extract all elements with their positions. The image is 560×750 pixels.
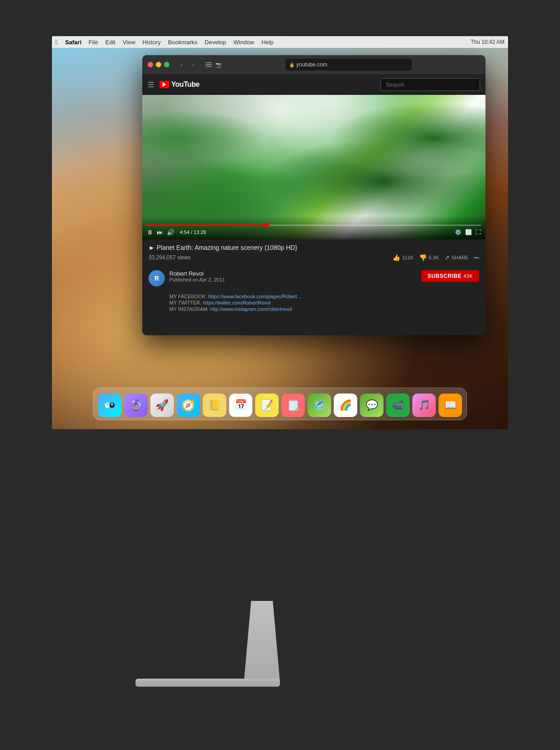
forward-button[interactable]: › (188, 60, 198, 70)
channel-section: R Robert Revol Published on Apr 2, 2011 … (142, 266, 485, 291)
progress-bar[interactable] (147, 225, 481, 226)
view-count: 33,294,057 views (149, 254, 191, 261)
dock-facetime[interactable]: 📹 (386, 394, 410, 417)
subscribe-button[interactable]: SUBSCRIBE 43K (421, 270, 479, 282)
dock-reminders[interactable]: 🗒️ (281, 394, 305, 417)
controls-row: ⏸ ⏭ 🔊 4:54 / 13:28 ⚙️ ⬜ ⛶ (147, 229, 481, 236)
address-bar-container: 🔒 youtube.com (217, 59, 480, 70)
dock-launchpad[interactable]: 🚀 (150, 394, 174, 417)
share-icon: ↗ (444, 254, 450, 261)
settings-icon[interactable]: ⚙️ (455, 229, 462, 235)
video-meta: 33,294,057 views 👍 111K 👎 6.3K (149, 254, 479, 261)
twitter-line: MY TWITTER: https://twitter.com/RobertRe… (169, 300, 479, 305)
svg-point-6 (107, 403, 108, 405)
video-info: ► Planet Earth: Amazing nature scenery (… (142, 239, 485, 266)
svg-rect-0 (205, 62, 212, 63)
back-button[interactable]: ‹ (177, 60, 187, 70)
sidebar-button[interactable] (204, 60, 214, 70)
monitor-screen:  Safari File Edit View History Bookmark… (52, 36, 508, 429)
minimize-button[interactable] (156, 62, 161, 67)
ellipsis-icon: ••• (474, 255, 479, 260)
dock-photos[interactable]: 🌈 (334, 394, 357, 417)
menubar-right: Thu 10:42 AM (471, 39, 504, 45)
youtube-logo-icon (159, 81, 169, 88)
youtube-search-input[interactable] (381, 78, 480, 91)
window-menu[interactable]: Window (233, 39, 254, 46)
svg-point-7 (111, 403, 113, 405)
lock-icon: 🔒 (289, 62, 294, 67)
monitor-bottom-bezel (36, 665, 524, 674)
bookmarks-menu[interactable]: Bookmarks (168, 39, 197, 46)
ctrl-right: ⚙️ ⬜ ⛶ (455, 229, 481, 235)
maximize-button[interactable] (164, 62, 169, 67)
dock-safari[interactable]: 🧭 (177, 394, 200, 417)
close-button[interactable] (148, 62, 153, 67)
dock-notes[interactable]: 📒 (203, 394, 226, 417)
youtube-logo-text: YouTube (171, 80, 200, 89)
twitter-link[interactable]: https://twitter.com/RobertRevol (203, 300, 271, 305)
channel-info: Robert Revol Published on Apr 2, 2011 (169, 270, 417, 282)
action-buttons: 👍 111K 👎 6.3K ↗ SHARE (392, 254, 479, 261)
dock-calendar[interactable]: 📅 (229, 394, 252, 417)
dock-stickies[interactable]: 📝 (255, 394, 279, 417)
video-title: ► Planet Earth: Amazing nature scenery (… (149, 244, 479, 251)
imac-stand-base (135, 679, 280, 687)
video-controls: ⏸ ⏭ 🔊 4:54 / 13:28 ⚙️ ⬜ ⛶ (142, 216, 485, 239)
like-button[interactable]: 👍 111K (392, 254, 414, 261)
time-display: 4:54 / 13:28 (180, 230, 206, 235)
thumbsdown-icon: 👎 (419, 254, 427, 261)
develop-menu[interactable]: Develop (205, 39, 226, 46)
svg-rect-1 (205, 64, 212, 65)
browser-content: ☰ YouTube (142, 74, 485, 335)
dock-finder[interactable] (98, 394, 121, 417)
facebook-line: MY FACEBOOK: https://www.facebook.com/pa… (169, 294, 479, 299)
traffic-lights (148, 62, 169, 67)
youtube-header: ☰ YouTube (142, 74, 485, 95)
svg-rect-2 (205, 66, 212, 67)
progress-dot (265, 223, 270, 228)
view-menu[interactable]: View (123, 39, 135, 46)
help-menu[interactable]: Help (261, 39, 274, 46)
menubar-time: Thu 10:42 AM (471, 39, 504, 45)
dislike-button[interactable]: 👎 6.3K (419, 254, 439, 261)
miniplayer-icon[interactable]: ⬜ (465, 229, 472, 235)
address-bar[interactable]: 🔒 youtube.com (285, 59, 412, 70)
dock-maps[interactable]: 🗺️ (308, 394, 331, 417)
menubar:  Safari File Edit View History Bookmark… (52, 36, 508, 48)
published-date: Published on Apr 2, 2011 (169, 277, 417, 282)
next-button[interactable]: ⏭ (157, 229, 163, 236)
facebook-link[interactable]: https://www.facebook.com/pages/Robert... (208, 294, 301, 299)
file-menu[interactable]: File (89, 39, 98, 46)
youtube-logo[interactable]: YouTube (159, 80, 200, 89)
thumbsup-icon: 👍 (392, 254, 400, 261)
dock-siri[interactable]: 🔮 (124, 394, 148, 417)
video-description: MY FACEBOOK: https://www.facebook.com/pa… (142, 291, 485, 317)
safari-menu-label[interactable]: Safari (65, 39, 81, 46)
channel-avatar[interactable]: R (149, 270, 165, 286)
url-text: youtube.com (296, 61, 327, 68)
instagram-link[interactable]: http://www.instagram.com/robertrevol (210, 306, 292, 312)
more-button[interactable]: ••• (474, 255, 479, 260)
instagram-line: MY INSTAGRAM: http://www.instagram.com/r… (169, 306, 479, 312)
history-menu[interactable]: History (143, 39, 161, 46)
imac-stand (244, 601, 280, 682)
dock: 🔮 🚀 🧭 📒 📅 📝 🗒️ 🗺️ (93, 388, 467, 420)
dock-itunes[interactable]: 🎵 (412, 394, 436, 417)
hamburger-icon[interactable]: ☰ (148, 80, 154, 89)
channel-name[interactable]: Robert Revol (169, 270, 417, 277)
fullscreen-icon[interactable]: ⛶ (476, 229, 481, 235)
browser-window: ‹ › 📷 🔒 yo (142, 55, 485, 335)
dock-books[interactable]: 📖 (439, 394, 462, 417)
avatar-image: R (149, 270, 165, 286)
volume-button[interactable]: 🔊 (167, 229, 174, 236)
progress-fill (147, 225, 267, 226)
edit-menu[interactable]: Edit (105, 39, 115, 46)
dock-messages[interactable]: 💬 (360, 394, 383, 417)
share-button[interactable]: ↗ SHARE (444, 254, 469, 261)
nav-buttons: ‹ › (177, 60, 198, 70)
apple-menu[interactable]:  (56, 38, 58, 46)
video-player[interactable]: ⏸ ⏭ 🔊 4:54 / 13:28 ⚙️ ⬜ ⛶ (142, 95, 485, 239)
pause-button[interactable]: ⏸ (147, 229, 153, 236)
browser-titlebar: ‹ › 📷 🔒 yo (142, 55, 485, 74)
camera-icon: 📷 (215, 62, 222, 68)
